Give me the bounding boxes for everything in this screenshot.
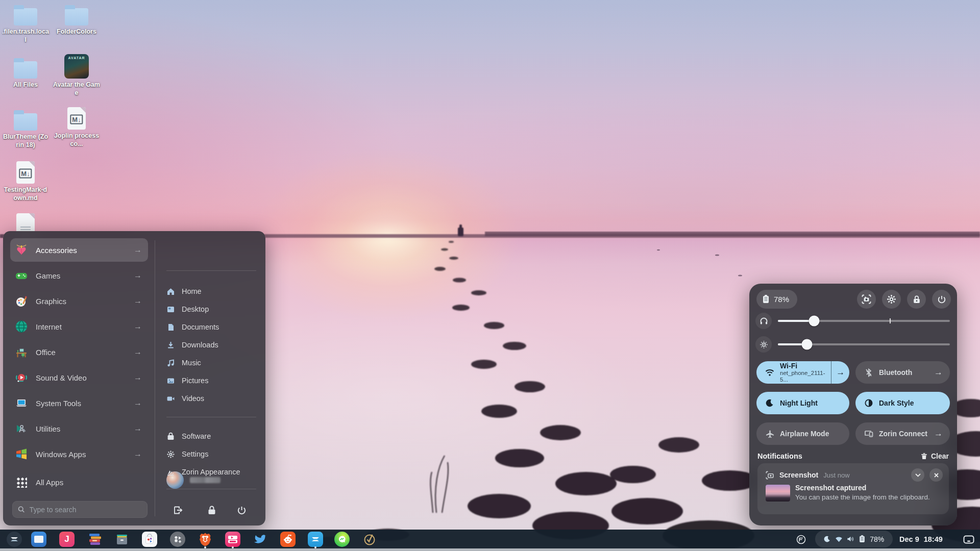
taskbar-reddit[interactable]: [279, 531, 297, 548]
desktop-icon-avatar-game[interactable]: AVATAR Avatar the Game: [52, 54, 101, 97]
taskbar-library[interactable]: [86, 531, 104, 548]
menu-place-videos[interactable]: Videos: [162, 391, 262, 406]
heart-pendant-icon: [14, 243, 29, 257]
menu-place-pictures[interactable]: Pictures: [162, 373, 262, 388]
utilities-icon: [14, 421, 29, 436]
menu-all-apps-label: All Apps: [36, 478, 63, 487]
folder-icon: [14, 113, 37, 131]
filen-tray-icon: [793, 532, 808, 547]
zorin-connect-tile[interactable]: Zorin Connect →: [855, 422, 950, 445]
menu-shortcut-software[interactable]: Software: [162, 429, 262, 444]
menu-place-label: Videos: [182, 394, 204, 403]
notification-title: Screenshot captured: [795, 484, 866, 492]
menu-category-accessories[interactable]: Accessories →: [10, 238, 148, 262]
game-cover-thumbnail: AVATAR: [64, 54, 89, 79]
desktop-icon-label: All Files: [13, 81, 38, 89]
menu-search-box[interactable]: [12, 501, 148, 518]
menu-shortcut-zorin-appearance[interactable]: Zorin Appearance: [162, 464, 262, 480]
volume-slider-knob[interactable]: [808, 316, 819, 327]
screenshot-button[interactable]: [857, 290, 876, 309]
palette-icon: [14, 294, 29, 308]
logout-button[interactable]: [169, 503, 187, 518]
system-status-area[interactable]: 78%: [815, 531, 893, 547]
airplane-mode-tile[interactable]: Airplane Mode: [756, 422, 849, 445]
menu-place-documents[interactable]: Documents: [162, 319, 262, 335]
wifi-tile[interactable]: Wi-Fi net_phone_2111-5... →: [756, 361, 849, 384]
taskbar-youtube[interactable]: [224, 531, 241, 548]
notification-expand-button[interactable]: [911, 468, 924, 482]
power-button[interactable]: [233, 503, 250, 518]
menu-all-apps[interactable]: All Apps: [10, 470, 148, 494]
menu-place-home[interactable]: Home: [162, 284, 262, 299]
zorin-connect-app-icon: [308, 532, 323, 547]
menu-place-music[interactable]: Music: [162, 355, 262, 370]
notification-close-button[interactable]: [929, 468, 943, 482]
clock[interactable]: Dec 9 18:49: [899, 531, 943, 547]
trash-icon: [921, 453, 927, 460]
notification-time: Just now: [823, 471, 849, 479]
desktop-icon-all-files[interactable]: All Files: [1, 57, 50, 89]
bluetooth-settings-arrow[interactable]: →: [934, 367, 943, 378]
menu-category-games[interactable]: Games →: [10, 264, 148, 287]
taskbar-media-tools[interactable]: [169, 531, 186, 548]
taskbar-timer-app[interactable]: [361, 531, 378, 548]
download-icon: [166, 341, 175, 349]
notification-card-screenshot[interactable]: Screenshot Just now Screenshot captured …: [757, 463, 949, 514]
search-input[interactable]: [30, 506, 142, 514]
taskbar-software-store[interactable]: [141, 531, 158, 548]
show-desktop-button[interactable]: [960, 531, 977, 548]
tray-status-app[interactable]: [792, 531, 810, 548]
wifi-tile-text: Wi-Fi net_phone_2111-5...: [780, 362, 831, 384]
volume-slider[interactable]: [778, 320, 950, 322]
desktop-icon-label: BlurTheme (Zorin 18): [2, 133, 49, 149]
taskbar-brave[interactable]: [197, 531, 214, 548]
taskbar-archive[interactable]: [113, 531, 131, 548]
dark-style-tile[interactable]: Dark Style: [855, 392, 950, 414]
close-icon: [934, 473, 939, 478]
menu-category-sound-video[interactable]: Sound & Video →: [10, 366, 148, 389]
wifi-settings-arrow[interactable]: →: [831, 367, 849, 378]
taskbar-messenger[interactable]: [333, 531, 351, 548]
taskbar-twitter[interactable]: [252, 531, 269, 548]
clear-notifications-button[interactable]: Clear: [921, 452, 949, 460]
folder-icon: [65, 8, 88, 26]
menu-place-downloads[interactable]: Downloads: [162, 337, 262, 353]
desktop-icon-blurtheme[interactable]: BlurTheme (Zorin 18): [1, 109, 50, 149]
menu-category-internet[interactable]: Internet →: [10, 315, 148, 338]
menu-shortcut-settings[interactable]: Settings: [162, 446, 262, 462]
brightness-slider-knob[interactable]: [802, 339, 813, 350]
battery-icon: [763, 295, 769, 304]
wifi-icon: [835, 536, 843, 542]
menu-category-system-tools[interactable]: System Tools →: [10, 391, 148, 415]
bluetooth-tile[interactable]: Bluetooth →: [855, 361, 950, 384]
taskbar-joplin[interactable]: J: [58, 531, 76, 548]
power-menu-button[interactable]: [932, 290, 951, 309]
bluetooth-tile-label: Bluetooth: [879, 368, 912, 377]
desktop-icon-filen-trash[interactable]: .filen.trash.local: [1, 4, 50, 44]
zorin-menu-button[interactable]: [6, 531, 23, 548]
desktop-icon-label: FolderColors: [57, 28, 96, 36]
desktop-icon-joplin-doc[interactable]: M↓ Joplin process co...: [52, 107, 101, 148]
menu-place-desktop[interactable]: Desktop: [162, 302, 262, 317]
menu-category-windows-apps[interactable]: Windows Apps →: [10, 442, 148, 466]
desktop-icon-foldercolors[interactable]: FolderColors: [52, 4, 101, 36]
menu-place-label: Pictures: [182, 377, 208, 385]
brightness-slider[interactable]: [778, 343, 950, 345]
menu-category-graphics[interactable]: Graphics →: [10, 289, 148, 313]
menu-category-office[interactable]: Office →: [10, 340, 148, 364]
media-play-icon: [14, 370, 29, 385]
battery-status-button[interactable]: 78%: [756, 290, 797, 309]
markdown-file-icon: M↓: [67, 107, 86, 130]
lock-screen-button[interactable]: [907, 290, 926, 309]
lock-button[interactable]: [203, 503, 220, 518]
brave-icon: [198, 532, 213, 547]
zorin-connect-arrow[interactable]: →: [934, 429, 943, 439]
taskbar-files-app[interactable]: [30, 531, 47, 548]
start-menu-panel: Accessories → Games → Graphics → Interne…: [3, 231, 265, 525]
menu-category-utilities[interactable]: Utilities →: [10, 417, 148, 440]
taskbar-zorin-connect-app[interactable]: [307, 531, 324, 548]
night-light-tile[interactable]: Night Light: [756, 392, 849, 414]
desktop-icon-testing-markdown[interactable]: M↓ TestingMark-down.md: [1, 161, 50, 202]
settings-button[interactable]: [882, 290, 901, 309]
menu-category-label: System Tools: [36, 399, 81, 408]
